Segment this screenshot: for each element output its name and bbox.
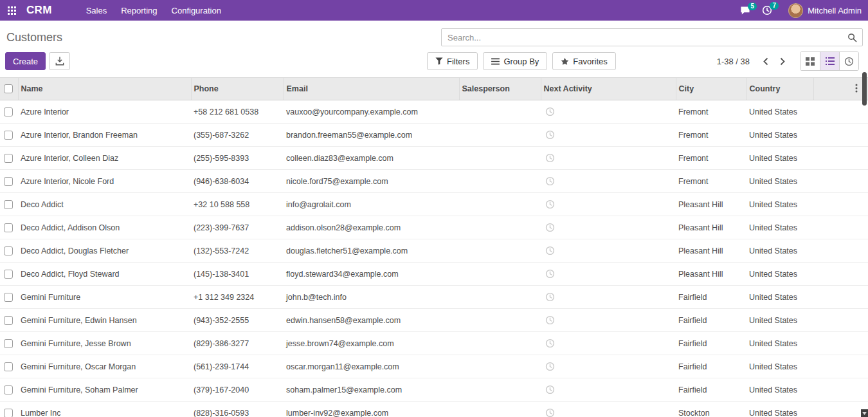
cell-phone[interactable]: (946)-638-6034 — [191, 170, 284, 193]
cell-city[interactable]: Fairfield — [676, 309, 746, 332]
column-header-next-activity[interactable]: Next Activity — [541, 78, 676, 100]
cell-phone[interactable]: (223)-399-7637 — [191, 216, 284, 239]
cell-phone[interactable]: +32 10 588 558 — [191, 193, 284, 216]
cell-email[interactable]: edwin.hansen58@example.com — [284, 309, 459, 332]
pager-previous-button[interactable] — [759, 55, 773, 68]
apps-menu-button[interactable] — [6, 4, 20, 17]
group-by-button[interactable]: Group By — [483, 52, 547, 70]
cell-salesperson[interactable] — [459, 216, 541, 239]
cell-email[interactable]: vauxoo@yourcompany.example.com — [284, 100, 459, 124]
row-checkbox[interactable] — [4, 316, 13, 325]
next-activity-clock-icon[interactable] — [545, 107, 555, 116]
cell-country[interactable]: United States — [746, 309, 813, 332]
cell-country[interactable]: United States — [746, 147, 813, 170]
row-checkbox[interactable] — [4, 177, 13, 186]
table-row[interactable]: Deco Addict, Addison Olson (223)-399-763… — [0, 216, 868, 239]
row-checkbox[interactable] — [4, 200, 13, 209]
cell-phone[interactable]: (355)-687-3262 — [191, 124, 284, 147]
search-input[interactable] — [442, 33, 847, 42]
cell-salesperson[interactable] — [459, 263, 541, 286]
table-row[interactable]: Gemini Furniture, Oscar Morgan (561)-239… — [0, 355, 868, 378]
cell-next-activity[interactable] — [541, 193, 676, 216]
user-avatar[interactable] — [788, 3, 803, 18]
cell-salesperson[interactable] — [459, 170, 541, 193]
cell-next-activity[interactable] — [541, 124, 676, 147]
row-checkbox[interactable] — [4, 246, 13, 255]
cell-name[interactable]: Lumber Inc — [18, 402, 191, 417]
cell-name[interactable]: Deco Addict, Douglas Fletcher — [18, 239, 191, 263]
cell-city[interactable]: Fremont — [676, 124, 746, 147]
cell-phone[interactable]: (561)-239-1744 — [191, 355, 284, 378]
pager-next-button[interactable] — [775, 55, 790, 68]
table-row[interactable]: Azure Interior, Brandon Freeman (355)-68… — [0, 124, 868, 147]
cell-city[interactable]: Fairfield — [676, 286, 746, 309]
cell-next-activity[interactable] — [541, 147, 676, 170]
row-select-cell[interactable] — [0, 239, 18, 263]
row-checkbox[interactable] — [4, 385, 13, 394]
search-icon[interactable] — [847, 33, 857, 42]
cell-name[interactable]: Gemini Furniture, Edwin Hansen — [18, 309, 191, 332]
list-view-button[interactable] — [820, 52, 839, 70]
row-select-cell[interactable] — [0, 332, 18, 355]
cell-name[interactable]: Deco Addict, Addison Olson — [18, 216, 191, 239]
cell-email[interactable]: addison.olson28@example.com — [284, 216, 459, 239]
cell-email[interactable]: soham.palmer15@example.com — [284, 378, 459, 402]
next-activity-clock-icon[interactable] — [545, 223, 555, 232]
table-row[interactable]: Gemini Furniture +1 312 349 2324 john.b@… — [0, 286, 868, 309]
cell-email[interactable]: nicole.ford75@example.com — [284, 170, 459, 193]
next-activity-clock-icon[interactable] — [545, 408, 555, 417]
cell-salesperson[interactable] — [459, 100, 541, 124]
cell-city[interactable]: Fairfield — [676, 355, 746, 378]
menu-sales[interactable]: Sales — [79, 0, 114, 21]
vertical-scrollbar[interactable] — [861, 21, 868, 417]
app-title[interactable]: CRM — [26, 4, 52, 17]
optional-columns-button[interactable] — [853, 82, 860, 96]
cell-country[interactable]: United States — [746, 355, 813, 378]
row-select-cell[interactable] — [0, 402, 18, 417]
cell-name[interactable]: Gemini Furniture, Jesse Brown — [18, 332, 191, 355]
filters-button[interactable]: Filters — [427, 52, 478, 70]
cell-country[interactable]: United States — [746, 263, 813, 286]
cell-email[interactable]: john.b@tech.info — [284, 286, 459, 309]
row-checkbox[interactable] — [4, 131, 13, 140]
row-select-cell[interactable] — [0, 355, 18, 378]
row-select-cell[interactable] — [0, 216, 18, 239]
create-button[interactable]: Create — [5, 52, 46, 70]
cell-salesperson[interactable] — [459, 402, 541, 417]
menu-configuration[interactable]: Configuration — [165, 0, 228, 21]
cell-salesperson[interactable] — [459, 378, 541, 402]
cell-salesperson[interactable] — [459, 193, 541, 216]
row-select-cell[interactable] — [0, 170, 18, 193]
cell-next-activity[interactable] — [541, 216, 676, 239]
cell-country[interactable]: United States — [746, 124, 813, 147]
cell-name[interactable]: Azure Interior, Brandon Freeman — [18, 124, 191, 147]
row-select-cell[interactable] — [0, 193, 18, 216]
activity-view-button[interactable] — [839, 52, 858, 70]
activities-menu-button[interactable]: 7 — [756, 2, 778, 19]
row-checkbox[interactable] — [4, 339, 13, 348]
table-row[interactable]: Deco Addict +32 10 588 558 info@agrolait… — [0, 193, 868, 216]
cell-city[interactable]: Pleasant Hill — [676, 216, 746, 239]
column-header-country[interactable]: Country — [746, 78, 813, 100]
cell-name[interactable]: Gemini Furniture — [18, 286, 191, 309]
row-select-cell[interactable] — [0, 263, 18, 286]
menu-reporting[interactable]: Reporting — [114, 0, 164, 21]
cell-next-activity[interactable] — [541, 355, 676, 378]
cell-email[interactable]: brandon.freeman55@example.com — [284, 124, 459, 147]
table-row[interactable]: Azure Interior, Nicole Ford (946)-638-60… — [0, 170, 868, 193]
cell-city[interactable]: Pleasant Hill — [676, 193, 746, 216]
cell-salesperson[interactable] — [459, 286, 541, 309]
cell-city[interactable]: Fremont — [676, 147, 746, 170]
cell-email[interactable]: colleen.diaz83@example.com — [284, 147, 459, 170]
cell-country[interactable]: United States — [746, 332, 813, 355]
cell-phone[interactable]: +58 212 681 0538 — [191, 100, 284, 124]
table-row[interactable]: Gemini Furniture, Soham Palmer (379)-167… — [0, 378, 868, 402]
select-all-cell[interactable] — [0, 78, 18, 100]
row-checkbox[interactable] — [4, 223, 13, 232]
scroll-down-button[interactable] — [861, 409, 868, 417]
cell-phone[interactable]: (255)-595-8393 — [191, 147, 284, 170]
cell-salesperson[interactable] — [459, 332, 541, 355]
cell-city[interactable]: Fremont — [676, 100, 746, 124]
row-select-cell[interactable] — [0, 100, 18, 124]
column-header-phone[interactable]: Phone — [191, 78, 284, 100]
